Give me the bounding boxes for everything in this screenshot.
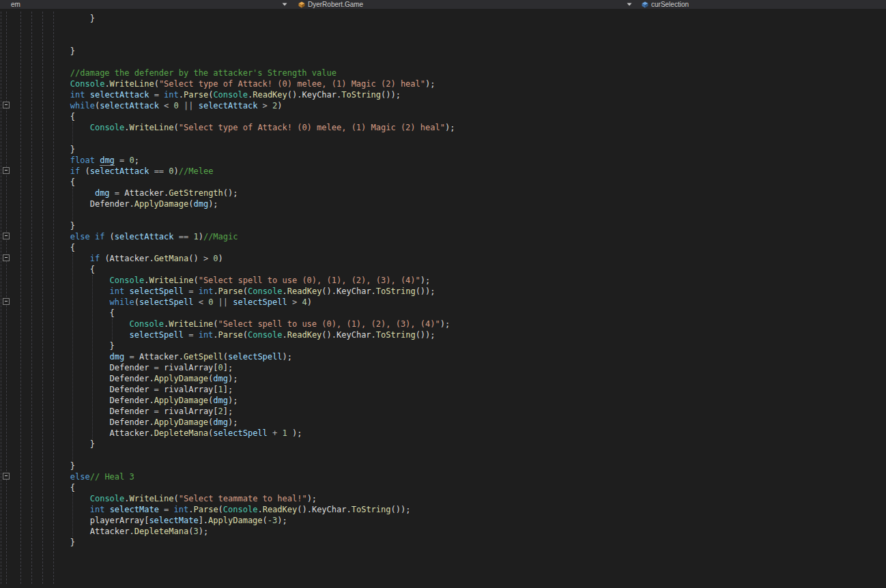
code-line[interactable]: if (Attacker.GetMana() > 0)	[31, 253, 455, 264]
code-line[interactable]: Console.WriteLine("Select teammate to he…	[31, 493, 455, 504]
code-line[interactable]: Attacker.DepleteMana(selectSpell + 1 );	[31, 428, 455, 439]
code-line[interactable]: {	[31, 482, 455, 493]
code-line[interactable]	[31, 209, 455, 220]
code-line[interactable]	[31, 133, 455, 144]
code-line[interactable]: dmg = Attacker.GetStrength();	[31, 188, 455, 199]
project-dropdown[interactable]: em	[0, 0, 294, 9]
code-line[interactable]: }	[31, 537, 455, 548]
code-line[interactable]: selectSpell = int.Parse(Console.ReadKey(…	[31, 329, 455, 340]
code-line[interactable]: else// Heal 3	[31, 471, 455, 482]
code-line[interactable]: }	[31, 439, 455, 450]
type-dropdown-label: DyerRobert.Game	[308, 1, 363, 8]
code-line[interactable]: dmg = Attacker.GetSpell(selectSpell);	[31, 351, 455, 362]
code-line[interactable]: Defender = rivalArray[0];	[31, 362, 455, 373]
member-dropdown[interactable]: curSelection	[638, 0, 886, 9]
code-line[interactable]: }	[31, 13, 455, 24]
code-line[interactable]	[31, 24, 455, 35]
code-line[interactable]: Console.WriteLine("Select type of Attack…	[31, 78, 455, 89]
fold-marker[interactable]	[3, 298, 10, 305]
code-line[interactable]: //damage the defender by the attacker's …	[31, 68, 455, 78]
code-line[interactable]: Defender.ApplyDamage(dmg);	[31, 395, 455, 406]
indent-guide	[20, 12, 21, 584]
code-line[interactable]: }	[31, 460, 455, 471]
code-line[interactable]: Console.WriteLine("Select spell to use (…	[31, 275, 455, 286]
member-dropdown-label: curSelection	[651, 1, 689, 8]
code-line[interactable]: }	[31, 46, 455, 57]
navigation-bar: em DyerRobert.Game curSelection	[0, 0, 886, 9]
code-line[interactable]: {	[31, 242, 455, 253]
fold-marker[interactable]	[3, 167, 10, 174]
fold-marker[interactable]	[3, 254, 10, 261]
code-line[interactable]: {	[31, 264, 455, 275]
code-line[interactable]: if (selectAttack == 0)//Melee	[31, 166, 455, 177]
code-lines: } } //damage the defender by the attacke…	[31, 13, 455, 548]
code-line[interactable]: else if (selectAttack == 1)//Magic	[31, 231, 455, 242]
code-line[interactable]: }	[31, 340, 455, 351]
code-editor[interactable]: } } //damage the defender by the attacke…	[0, 9, 886, 588]
code-line[interactable]: int selectSpell = int.Parse(Console.Read…	[31, 286, 455, 297]
code-line[interactable]: {	[31, 111, 455, 122]
code-line[interactable]: Defender.ApplyDamage(dmg);	[31, 373, 455, 384]
outline-margin	[0, 9, 14, 588]
chevron-down-icon	[627, 3, 632, 6]
chevron-down-icon	[282, 3, 287, 6]
code-line[interactable]: Console.WriteLine("Select type of Attack…	[31, 122, 455, 133]
code-line[interactable]: while(selectSpell < 0 || selectSpell > 4…	[31, 297, 455, 308]
code-line[interactable]: Defender = rivalArray[1];	[31, 384, 455, 395]
code-line[interactable]: int selectAttack = int.Parse(Console.Rea…	[31, 89, 455, 100]
code-line[interactable]: Defender.ApplyDamage(dmg);	[31, 417, 455, 428]
type-dropdown[interactable]: DyerRobert.Game	[294, 0, 638, 9]
field-icon	[642, 1, 648, 8]
code-line[interactable]: }	[31, 144, 455, 155]
class-icon	[298, 1, 305, 8]
code-line[interactable]: playerArray[selectMate].ApplyDamage(-3);	[31, 515, 455, 526]
code-line[interactable]: {	[31, 177, 455, 188]
code-line[interactable]	[31, 450, 455, 460]
code-line[interactable]: Defender.ApplyDamage(dmg);	[31, 199, 455, 209]
fold-marker[interactable]	[3, 233, 10, 239]
code-line[interactable]: Console.WriteLine("Select spell to use (…	[31, 319, 455, 329]
code-line[interactable]	[31, 57, 455, 68]
code-line[interactable]: while(selectAttack < 0 || selectAttack >…	[31, 100, 455, 111]
fold-marker[interactable]	[3, 473, 10, 480]
code-line[interactable]: float dmg = 0;	[31, 155, 455, 166]
code-line[interactable]: {	[31, 308, 455, 319]
code-line[interactable]: }	[31, 220, 455, 231]
project-dropdown-label: em	[11, 1, 20, 8]
fold-marker[interactable]	[3, 102, 10, 108]
code-line[interactable]	[31, 35, 455, 46]
code-line[interactable]: Defender = rivalArray[2];	[31, 406, 455, 417]
code-line[interactable]: Attacker.DepleteMana(3);	[31, 526, 455, 537]
code-line[interactable]: int selectMate = int.Parse(Console.ReadK…	[31, 504, 455, 515]
